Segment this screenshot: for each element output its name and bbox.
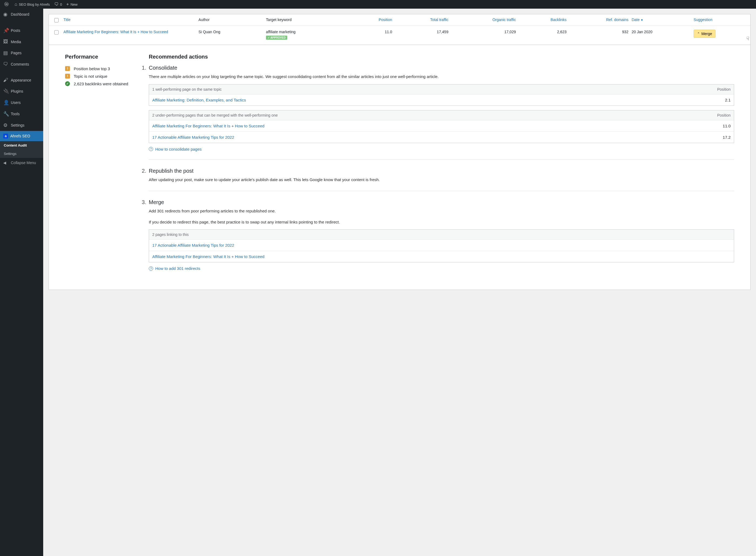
col-suggestion[interactable]: Suggestion	[692, 18, 748, 22]
performance-heading: Performance	[65, 54, 141, 60]
page-link[interactable]: Affiliate Marketing: Definition, Example…	[152, 98, 246, 102]
pin-icon: 📌	[3, 28, 9, 33]
help-icon: ?	[149, 267, 153, 271]
collapse-icon: ◀	[3, 161, 9, 165]
submenu-settings[interactable]: Settings	[0, 149, 43, 158]
comments-link[interactable]: 🗨 0	[52, 0, 64, 9]
audit-table: Title Author Target keyword Position Tot…	[48, 14, 751, 290]
collapse-menu[interactable]: ◀Collapse Menu	[0, 158, 43, 168]
cell-backlinks: 2,623	[518, 30, 569, 34]
cell-organic-traffic: 17,029	[450, 30, 518, 34]
actions-heading: Recommended actions	[149, 54, 734, 60]
sidebar-item-dashboard[interactable]: ◉Dashboard	[0, 9, 43, 20]
cell-date: 20 Jan 2020	[630, 30, 692, 34]
select-all-checkbox[interactable]	[54, 18, 59, 23]
cell-keyword: affiliate marketing ✓ APPROVED	[264, 30, 343, 40]
col-date[interactable]: Date▼	[630, 18, 692, 22]
col-organic-traffic[interactable]: Organic traffic	[450, 18, 518, 22]
chevron-up-icon: ⌃	[697, 32, 700, 36]
box-row: Affiliate Marketing For Beginners: What …	[149, 251, 734, 262]
sidebar-item-tools[interactable]: 🔧Tools	[0, 108, 43, 119]
page-link[interactable]: 17 Actionable Affiliate Marketing Tips f…	[152, 243, 234, 247]
comment-icon: 🗨	[3, 61, 9, 67]
col-position[interactable]: Position	[343, 18, 394, 22]
warn-icon: !	[65, 74, 70, 78]
action-title: Consolidate	[149, 65, 734, 71]
sidebar-item-ahrefs[interactable]: aAhrefs SEO	[0, 131, 43, 141]
sidebar-item-media[interactable]: 🖼Media	[0, 36, 43, 47]
ahrefs-icon: a	[3, 134, 8, 138]
row-detail-panel: Performance !Position below top 3 !Topic…	[49, 45, 750, 289]
main-content: Title Author Target keyword Position Tot…	[43, 9, 756, 295]
action-number: 2.	[142, 168, 146, 174]
page-link[interactable]: Affiliate Marketing For Beginners: What …	[152, 254, 264, 259]
site-name: SEO Blog by Ahrefs	[19, 2, 50, 6]
plus-icon: +	[66, 2, 69, 7]
cell-total-traffic: 17,459	[394, 30, 450, 34]
sliders-icon: ⚙	[3, 122, 9, 128]
page-link[interactable]: 17 Actionable Affiliate Marketing Tips f…	[152, 135, 234, 140]
admin-topbar: ⓦ ⌂ SEO Blog by Ahrefs 🗨 0 + New	[0, 0, 756, 9]
help-icon: ?	[149, 147, 153, 151]
sidebar-item-users[interactable]: 👤Users	[0, 97, 43, 108]
actions-panel: Recommended actions 1. Consolidate There…	[149, 54, 734, 279]
merge-button[interactable]: ⌃ Merge	[694, 30, 716, 38]
help-redirects[interactable]: ?How to add 301 redirects	[149, 266, 200, 271]
media-icon: 🖼	[3, 39, 9, 44]
wp-logo[interactable]: ⓦ	[2, 0, 12, 9]
page-link[interactable]: Affiliate Marketing For Beginners: What …	[152, 124, 264, 128]
under-performing-box: 2 under-performing pages that can be mer…	[149, 110, 734, 143]
check-icon: ✓	[65, 81, 70, 86]
sidebar-item-comments[interactable]: 🗨Comments	[0, 59, 43, 70]
help-consolidate[interactable]: ?How to consolidate pages	[149, 147, 202, 151]
perf-item: !Position below top 3	[65, 65, 141, 72]
wordpress-icon: ⓦ	[4, 2, 9, 7]
linking-pages-box: 2 pages linking to this 17 Actionable Af…	[149, 230, 734, 262]
comment-icon: 🗨	[54, 2, 59, 7]
col-total-traffic[interactable]: Total traffic	[394, 18, 450, 22]
submenu-content-audit[interactable]: Content Audit	[0, 141, 43, 149]
action-title: Merge	[149, 199, 734, 205]
action-desc: Add 301 redirects from poor performing a…	[149, 208, 734, 214]
box-row: 17 Actionable Affiliate Marketing Tips f…	[149, 239, 734, 251]
cursor-icon: ☟	[746, 36, 749, 41]
approved-badge: ✓ APPROVED	[266, 36, 287, 40]
divider	[149, 160, 734, 160]
col-ref-domains[interactable]: Ref. domains	[568, 18, 630, 22]
home-icon: ⌂	[14, 2, 17, 7]
action-republish: 2. Republish the post After updating you…	[149, 168, 734, 183]
action-desc: After updating your post, make sure to u…	[149, 177, 734, 183]
box-row: 17 Actionable Affiliate Marketing Tips f…	[149, 132, 734, 143]
warn-icon: !	[65, 66, 70, 71]
comments-count: 0	[60, 2, 62, 6]
cell-title[interactable]: Affiliate Marketing For Beginners: What …	[62, 30, 197, 34]
well-performing-box: 1 well-performing page on the same topic…	[149, 84, 734, 106]
box-row: Affiliate Marketing For Beginners: What …	[149, 120, 734, 132]
col-title[interactable]: Title	[62, 18, 197, 22]
col-author: Author	[197, 18, 264, 22]
col-backlinks[interactable]: Backlinks	[518, 18, 569, 22]
action-number: 1.	[142, 65, 146, 71]
page-icon: ▤	[3, 50, 9, 56]
sidebar-submenu: Content Audit Settings	[0, 141, 43, 158]
sidebar-item-plugins[interactable]: 🔌Plugins	[0, 85, 43, 97]
admin-sidebar: ◉Dashboard 📌Posts 🖼Media ▤Pages 🗨Comment…	[0, 9, 43, 295]
table-header-row: Title Author Target keyword Position Tot…	[49, 14, 750, 26]
wrench-icon: 🔧	[3, 111, 9, 117]
site-home-link[interactable]: ⌂ SEO Blog by Ahrefs	[12, 0, 52, 9]
user-icon: 👤	[3, 100, 9, 106]
row-checkbox[interactable]	[54, 30, 59, 35]
divider	[149, 191, 734, 191]
action-consolidate: 1. Consolidate There are multiple articl…	[149, 65, 734, 151]
sidebar-item-pages[interactable]: ▤Pages	[0, 47, 43, 59]
sidebar-item-settings[interactable]: ⚙Settings	[0, 119, 43, 131]
action-number: 3.	[142, 199, 146, 205]
cell-author: Si Quan Ong	[197, 30, 264, 34]
keyword-link[interactable]: affiliate marketing	[266, 30, 296, 34]
sidebar-item-appearance[interactable]: 🖌Appearance	[0, 74, 43, 85]
sidebar-item-posts[interactable]: 📌Posts	[0, 25, 43, 36]
col-target-keyword: Target keyword	[264, 18, 343, 22]
perf-item: !Topic is not unique	[65, 72, 141, 80]
new-content-link[interactable]: + New	[64, 0, 80, 9]
dashboard-icon: ◉	[3, 11, 9, 17]
